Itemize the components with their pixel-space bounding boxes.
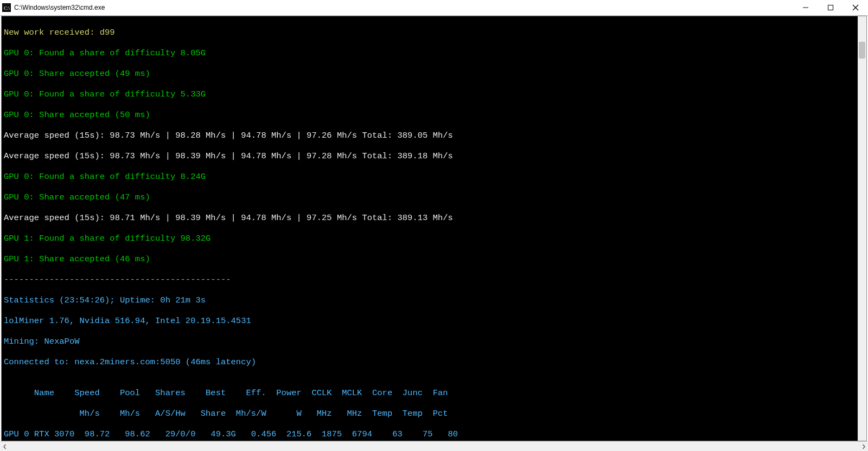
stats-line: Connected to: nexa.2miners.com:5050 (46m… — [4, 357, 856, 368]
cmd-window: C:\ C:\Windows\system32\cmd.exe New work… — [0, 0, 868, 451]
minimize-button[interactable] — [793, 0, 818, 15]
stats-line: lolMiner 1.76, Nvidia 516.94, Intel 20.1… — [4, 316, 856, 326]
log-line: GPU 0: Found a share of difficulty 8.05G — [4, 48, 856, 59]
stats-line: Mining: NexaPoW — [4, 337, 856, 347]
log-line: GPU 0: Found a share of difficulty 5.33G — [4, 89, 856, 100]
svg-rect-4 — [828, 5, 833, 10]
cmd-icon: C:\ — [2, 3, 11, 12]
log-line: GPU 0: Share accepted (50 ms) — [4, 110, 856, 120]
log-line: GPU 1: Share accepted (46 ms) — [4, 254, 856, 265]
scroll-right-icon[interactable] — [859, 442, 868, 451]
table-header: Name Speed Pool Shares Best Eff. Power C… — [4, 388, 856, 398]
scrollbar-thumb[interactable] — [859, 42, 865, 59]
log-line: Average speed (15s): 98.71 Mh/s | 98.39 … — [4, 213, 856, 223]
vertical-scrollbar[interactable] — [858, 16, 866, 441]
log-line: GPU 0: Share accepted (47 ms) — [4, 192, 856, 203]
separator: ----------------------------------------… — [4, 275, 856, 285]
close-button[interactable] — [843, 0, 868, 15]
horizontal-scrollbar[interactable] — [0, 441, 868, 451]
log-line: GPU 0: Share accepted (49 ms) — [4, 69, 856, 79]
log-line: GPU 0: Found a share of difficulty 8.24G — [4, 172, 856, 182]
log-line: GPU 1: Found a share of difficulty 98.32… — [4, 234, 856, 244]
stats-line: Statistics (23:54:26); Uptime: 0h 21m 3s — [4, 295, 856, 306]
table-row: GPU 0 RTX 3070 98.72 98.62 29/0/0 49.3G … — [4, 429, 856, 440]
window-title: C:\Windows\system32\cmd.exe — [14, 4, 105, 11]
scroll-left-icon[interactable] — [0, 442, 9, 451]
log-line: New work received: d99 — [4, 28, 856, 38]
titlebar[interactable]: C:\ C:\Windows\system32\cmd.exe — [0, 0, 868, 16]
svg-text:C:\: C:\ — [4, 5, 10, 11]
maximize-button[interactable] — [818, 0, 843, 15]
table-header: Mh/s Mh/s A/S/Hw Share Mh/s/W W MHz MHz … — [4, 409, 856, 419]
log-line: Average speed (15s): 98.73 Mh/s | 98.39 … — [4, 151, 856, 162]
log-line: Average speed (15s): 98.73 Mh/s | 98.28 … — [4, 131, 856, 141]
console-area: New work received: d99 GPU 0: Found a sh… — [1, 16, 867, 441]
console-output[interactable]: New work received: d99 GPU 0: Found a sh… — [2, 16, 858, 441]
